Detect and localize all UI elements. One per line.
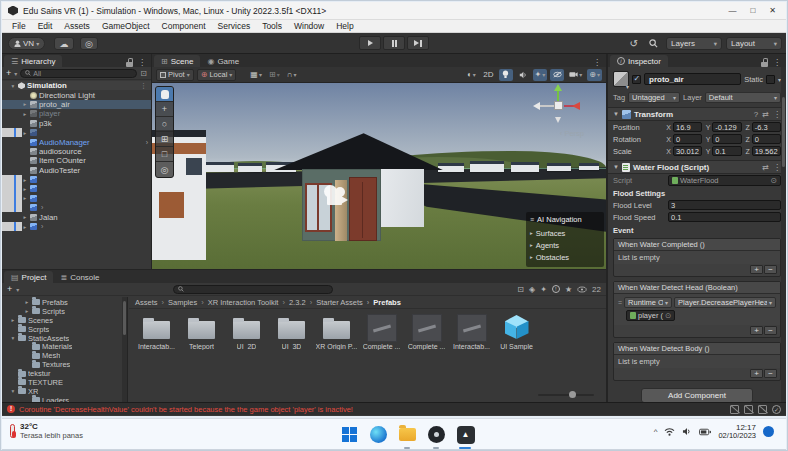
cloud-button[interactable]: ☁ bbox=[54, 37, 74, 50]
lock-icon[interactable] bbox=[126, 62, 133, 67]
object-picker-icon[interactable]: ⊙ bbox=[770, 176, 777, 185]
hidden-objects-icon[interactable] bbox=[550, 69, 564, 81]
foldout-icon[interactable]: ▸ bbox=[22, 111, 28, 117]
hierarchy-search-input[interactable]: All bbox=[20, 69, 137, 78]
start-button[interactable] bbox=[339, 424, 360, 445]
effects-icon[interactable]: ✦▾ bbox=[533, 69, 548, 81]
x-field[interactable]: 16.9 bbox=[673, 122, 702, 132]
breadcrumb-item[interactable]: Samples bbox=[158, 298, 198, 307]
foldout-icon[interactable]: ▾ bbox=[10, 335, 16, 341]
add-event-button[interactable]: + bbox=[750, 326, 763, 335]
foldout-icon[interactable]: ▼ bbox=[613, 164, 619, 170]
file-explorer-taskbar-icon[interactable] bbox=[397, 424, 418, 445]
project-tree-item[interactable]: ▸ Prefabs bbox=[2, 298, 127, 307]
breadcrumb-item[interactable]: Assets bbox=[135, 298, 158, 307]
scene-menu-icon[interactable]: ⋮ bbox=[140, 82, 151, 90]
x-field[interactable]: 0 bbox=[673, 134, 702, 144]
event-runtime-dropdown[interactable]: Runtime On bbox=[624, 297, 672, 308]
menu-item[interactable]: Help bbox=[330, 21, 359, 31]
foldout-icon[interactable]: ▸ bbox=[22, 224, 28, 230]
window-control-button[interactable]: ✕ bbox=[769, 6, 776, 16]
foldout-icon[interactable]: ▸ bbox=[22, 101, 28, 107]
flood-speed-field[interactable]: 0.1 bbox=[668, 212, 781, 222]
y-field[interactable]: 0.1 bbox=[712, 146, 741, 156]
clock[interactable]: 12:17 02/10/2023 bbox=[718, 423, 756, 441]
step-button[interactable] bbox=[407, 36, 429, 50]
rect-tool[interactable]: □ bbox=[156, 147, 173, 162]
progress-status-icon[interactable]: ✓ bbox=[772, 405, 781, 414]
ai-navigation-item[interactable]: ▸Surfaces bbox=[530, 227, 600, 239]
remove-event-button[interactable]: − bbox=[764, 326, 777, 335]
asset-item[interactable]: Interactab... bbox=[450, 314, 493, 350]
menu-item[interactable]: GameObject bbox=[96, 21, 156, 31]
shading-mode-icon[interactable]: ◐▾ bbox=[464, 69, 478, 81]
breadcrumb-item[interactable]: XR Interaction Toolkit bbox=[197, 298, 278, 307]
hierarchy-item[interactable]: ▸ Rumah Sakit bbox=[2, 194, 22, 203]
hierarchy-item[interactable]: AudioManager › bbox=[2, 137, 151, 146]
tag-dropdown[interactable]: Untagged bbox=[628, 92, 680, 103]
foldout-icon[interactable]: ▸ bbox=[22, 177, 28, 183]
edge-taskbar-icon[interactable] bbox=[368, 424, 389, 445]
inspector-scrollbar[interactable] bbox=[781, 67, 786, 402]
menu-item[interactable]: File bbox=[6, 21, 32, 31]
hierarchy-item[interactable]: audiosource bbox=[2, 147, 151, 156]
lock-icon[interactable] bbox=[761, 62, 768, 67]
breadcrumb-item[interactable]: 2.3.2 bbox=[278, 298, 305, 307]
water-flood-header[interactable]: ▼ Water Flood (Script) ⇄⋮ bbox=[608, 160, 786, 174]
hierarchy-item[interactable]: ▸ player bbox=[2, 109, 151, 118]
hierarchy-item[interactable]: ▸ blockout_envi_props bbox=[2, 128, 22, 137]
move-tool[interactable]: + bbox=[156, 102, 173, 117]
prefab-open-icon[interactable]: › bbox=[146, 139, 151, 146]
asset-item[interactable]: Interactab... bbox=[135, 314, 178, 350]
object-name-field[interactable]: proto_air bbox=[644, 73, 741, 85]
perspective-label[interactable]: ‹ Persp bbox=[560, 129, 584, 138]
wifi-icon[interactable] bbox=[664, 427, 675, 436]
foldout-icon[interactable]: ▸ bbox=[22, 130, 28, 136]
rotate-tool[interactable]: ○ bbox=[156, 117, 173, 132]
camera-settings-icon[interactable]: ▾ bbox=[567, 69, 584, 81]
tab-console[interactable]: ≣Console bbox=[53, 271, 106, 283]
breadcrumb-item[interactable]: Prefabs bbox=[363, 298, 401, 307]
foldout-icon[interactable]: ▸ bbox=[24, 299, 30, 305]
asset-item[interactable]: UI_2D bbox=[225, 314, 268, 350]
project-tree-item[interactable]: ▾ StaticAssets bbox=[2, 334, 127, 343]
hierarchy-item[interactable]: ▸ PERUMAHAN bbox=[2, 175, 22, 184]
scene-picker-icon[interactable]: ⊡ bbox=[140, 69, 147, 78]
help-icon[interactable]: ? bbox=[754, 110, 758, 119]
presets-icon[interactable]: ⇄ bbox=[762, 163, 769, 172]
ai-navigation-item[interactable]: ▸Agents bbox=[530, 239, 600, 251]
create-asset-button[interactable]: + bbox=[7, 284, 12, 294]
hierarchy-item[interactable]: ▸ RUMAH FIX 1 bbox=[2, 184, 22, 193]
menu-item[interactable]: Edit bbox=[32, 21, 59, 31]
ai-navigation-item[interactable]: ▸Obstacles bbox=[530, 251, 600, 263]
event-target-object[interactable]: player (⊙ bbox=[626, 310, 675, 321]
transform-tool[interactable]: ◎ bbox=[156, 162, 173, 177]
presets-icon[interactable]: ⇄ bbox=[762, 110, 769, 119]
asset-item[interactable]: Complete ... bbox=[360, 314, 403, 350]
asset-item[interactable]: Complete ... bbox=[405, 314, 448, 350]
hierarchy-item[interactable]: p3k bbox=[2, 119, 151, 128]
foldout-icon[interactable]: ▸ bbox=[22, 214, 28, 220]
hierarchy-scene-row[interactable]: ▾ Simulation ⋮ bbox=[2, 81, 151, 90]
add-component-button[interactable]: Add Component bbox=[641, 388, 753, 402]
asset-item[interactable]: UI_3D bbox=[270, 314, 313, 350]
search-by-label-icon[interactable]: ◈ bbox=[529, 285, 535, 294]
prefab-open-icon[interactable]: › bbox=[41, 204, 46, 211]
transform-header[interactable]: ▼ Transform ?⇄⋮ bbox=[608, 107, 786, 121]
hierarchy-item[interactable]: Item COunter bbox=[2, 156, 151, 165]
notification-badge[interactable] bbox=[763, 426, 774, 437]
y-field[interactable]: -0.129 bbox=[712, 122, 741, 132]
tab-game[interactable]: ◉Game bbox=[200, 55, 246, 67]
hidden-count-eye-icon[interactable] bbox=[577, 286, 587, 293]
pause-button[interactable] bbox=[383, 36, 405, 50]
project-search-input[interactable] bbox=[173, 285, 333, 294]
component-menu-icon[interactable]: ⋮ bbox=[773, 110, 781, 119]
panel-menu-icon[interactable]: ⋮ bbox=[773, 58, 781, 67]
breadcrumb-item[interactable]: Starter Assets bbox=[306, 298, 363, 307]
app-taskbar-icon[interactable] bbox=[426, 424, 447, 445]
muted-error-icon[interactable] bbox=[730, 405, 739, 414]
foldout-icon[interactable]: ▾ bbox=[10, 388, 16, 394]
x-field[interactable]: 30.012 bbox=[673, 146, 702, 156]
window-control-button[interactable]: — bbox=[728, 6, 736, 16]
speaker-icon[interactable] bbox=[682, 427, 692, 436]
